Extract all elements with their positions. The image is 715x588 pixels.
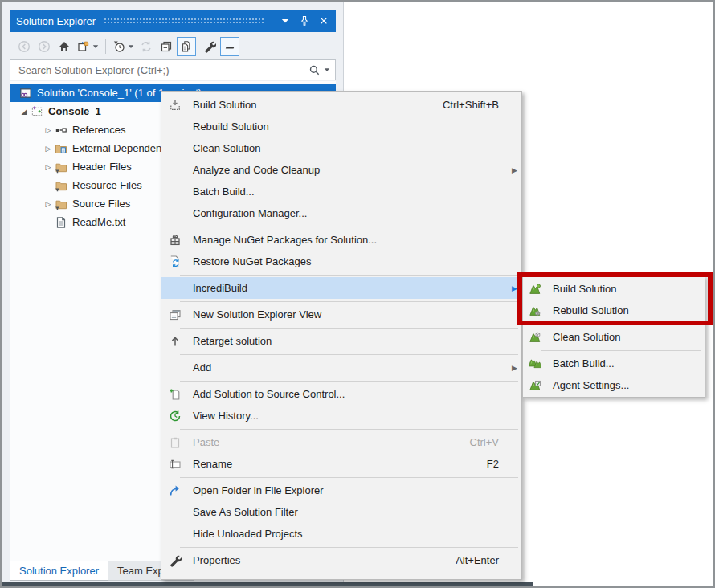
tree-row-label: Resource Files	[72, 179, 142, 191]
menu-item-rename[interactable]: Rename F2	[161, 453, 521, 475]
menu-item-label: Build Solution	[193, 99, 443, 111]
menu-item-hide-unloaded-projects[interactable]: Hide Unloaded Projects	[161, 523, 521, 545]
search-icon[interactable]	[308, 64, 321, 76]
collapsed-arrow-icon[interactable]: ▷	[42, 163, 55, 171]
menu-item-label: Manage NuGet Packages for Solution...	[193, 234, 499, 246]
menu-item-save-as-solution-filter[interactable]: Save As Solution Filter	[161, 501, 521, 523]
menu-item-label: Add	[193, 361, 499, 374]
tree-row-label: Header Files	[72, 161, 132, 173]
menu-item-label: Retarget solution	[193, 335, 499, 347]
submenu-arrow-icon: ▶	[509, 364, 517, 372]
menu-item-build-solution[interactable]: Build Solution Ctrl+Shift+B	[161, 94, 521, 116]
sync-with-active-document-button[interactable]	[137, 37, 156, 56]
retarget-arrow-icon	[169, 335, 182, 348]
collapsed-arrow-icon[interactable]: ▷	[42, 200, 55, 208]
window-edge-strip	[2, 582, 533, 586]
cpp-project-icon	[31, 105, 43, 118]
collapse-all-button[interactable]	[157, 37, 176, 56]
submenu-item-agent-settings[interactable]: Agent Settings...	[523, 374, 705, 396]
menu-item-label: Rebuild Solution	[193, 120, 499, 133]
menu-item-shortcut: F2	[487, 458, 499, 470]
menu-item-properties[interactable]: Properties Alt+Enter	[161, 549, 521, 571]
search-input[interactable]	[17, 63, 305, 77]
menu-item-clean-solution[interactable]: Clean Solution	[161, 137, 521, 159]
menu-item-label: Batch Build...	[193, 186, 499, 198]
show-all-files-button[interactable]	[177, 37, 196, 56]
screenshot-frame: Solution Explorer	[0, 0, 715, 588]
external-dependencies-folder-icon	[55, 142, 67, 155]
search-box[interactable]	[10, 59, 336, 80]
add-to-source-control-icon	[169, 388, 182, 401]
menu-item-label: Clean Solution	[193, 142, 499, 154]
menu-item-add-solution-to-source-control[interactable]: Add Solution to Source Control...	[161, 383, 521, 405]
menu-item-configuration-manager[interactable]: Configuration Manager...	[161, 202, 521, 224]
menu-item-batch-build[interactable]: Batch Build...	[161, 181, 521, 202]
menu-item-retarget-solution[interactable]: Retarget solution	[161, 330, 521, 352]
forward-button[interactable]	[35, 37, 54, 56]
menu-item-analyze-and-code-cleanup[interactable]: Analyze and Code Cleanup ▶	[161, 159, 521, 181]
submenu-arrow-icon: ▶	[509, 166, 517, 174]
menu-item-label: Analyze and Code Cleanup	[193, 164, 499, 176]
home-button[interactable]	[55, 37, 74, 56]
tool-window-titlebar[interactable]: Solution Explorer	[10, 10, 336, 32]
rename-icon	[169, 458, 182, 471]
incredibuild-agent-icon	[529, 379, 542, 392]
submenu-arrow-icon: ▶	[509, 284, 517, 292]
tree-row-label: ReadMe.txt	[72, 216, 125, 228]
menu-item-label: Configuration Manager...	[193, 207, 499, 219]
menu-item-paste[interactable]: Paste Ctrl+V	[161, 431, 521, 453]
menu-item-view-history[interactable]: View History...	[161, 405, 521, 427]
preview-selected-items-button[interactable]	[220, 37, 239, 56]
wrench-icon	[169, 554, 182, 567]
solution-context-menu: Build Solution Ctrl+Shift+B Rebuild Solu…	[161, 91, 522, 580]
tool-window-title: Solution Explorer	[16, 15, 96, 27]
submenu-item-label: Build Solution	[553, 283, 701, 295]
nuget-restore-icon	[169, 255, 182, 268]
references-icon	[55, 124, 67, 137]
pending-changes-filter-button[interactable]	[110, 37, 136, 56]
tab-solution-explorer[interactable]: Solution Explorer	[10, 561, 108, 581]
submenu-item-build-solution[interactable]: Build Solution	[523, 278, 705, 300]
menu-item-label: Properties	[193, 554, 456, 566]
menu-item-label: Rename	[193, 458, 487, 470]
submenu-item-batch-build[interactable]: Batch Build...	[523, 353, 705, 374]
tree-row-label: References	[72, 124, 125, 136]
menu-item-incredibuild[interactable]: IncrediBuild ▶	[161, 277, 521, 299]
build-icon	[169, 99, 182, 112]
expanded-arrow-icon[interactable]: ◢	[18, 108, 31, 116]
menu-item-new-solution-explorer-view[interactable]: New Solution Explorer View	[161, 304, 521, 325]
menu-item-restore-nuget-packages[interactable]: Restore NuGet Packages	[161, 251, 521, 272]
menu-item-open-folder-in-file-explorer[interactable]: Open Folder in File Explorer	[161, 480, 521, 501]
menu-item-add[interactable]: Add ▶	[161, 357, 521, 378]
open-folder-arrow-icon	[169, 484, 182, 497]
collapsed-arrow-icon[interactable]: ▷	[42, 145, 55, 153]
submenu-item-rebuild-solution[interactable]: Rebuild Solution	[523, 300, 705, 321]
filter-folder-icon	[55, 179, 67, 192]
menu-item-manage-nuget-packages[interactable]: Manage NuGet Packages for Solution...	[161, 229, 521, 251]
close-icon[interactable]	[317, 14, 331, 28]
filter-folder-icon	[55, 161, 67, 174]
submenu-item-label: Rebuild Solution	[553, 304, 701, 316]
filter-folder-icon	[55, 198, 67, 210]
back-button[interactable]	[14, 37, 34, 56]
submenu-item-clean-solution[interactable]: Clean Solution	[523, 326, 705, 348]
menu-item-shortcut: Ctrl+V	[470, 436, 499, 448]
menu-item-label: Add Solution to Source Control...	[193, 388, 499, 400]
menu-item-label: IncrediBuild	[193, 282, 499, 294]
window-position-chevron-icon[interactable]	[278, 14, 292, 28]
incredibuild-batch-icon	[529, 357, 542, 370]
solution-icon	[19, 87, 32, 100]
menu-item-label: View History...	[193, 410, 499, 422]
pin-icon[interactable]	[297, 14, 312, 28]
collapsed-arrow-icon[interactable]: ▷	[42, 126, 55, 134]
search-options-chevron-icon[interactable]	[324, 67, 330, 72]
menu-item-rebuild-solution[interactable]: Rebuild Solution	[161, 116, 521, 137]
incredibuild-submenu: Build Solution Rebuild Solution Clean So…	[522, 275, 705, 398]
switch-views-button[interactable]	[75, 37, 100, 56]
titlebar-drag-grip[interactable]	[104, 17, 265, 25]
properties-button[interactable]	[200, 37, 219, 56]
view-history-icon	[169, 410, 182, 423]
new-solution-explorer-view-icon	[169, 308, 182, 321]
solution-explorer-toolbar	[10, 35, 336, 59]
paste-icon	[169, 436, 182, 449]
